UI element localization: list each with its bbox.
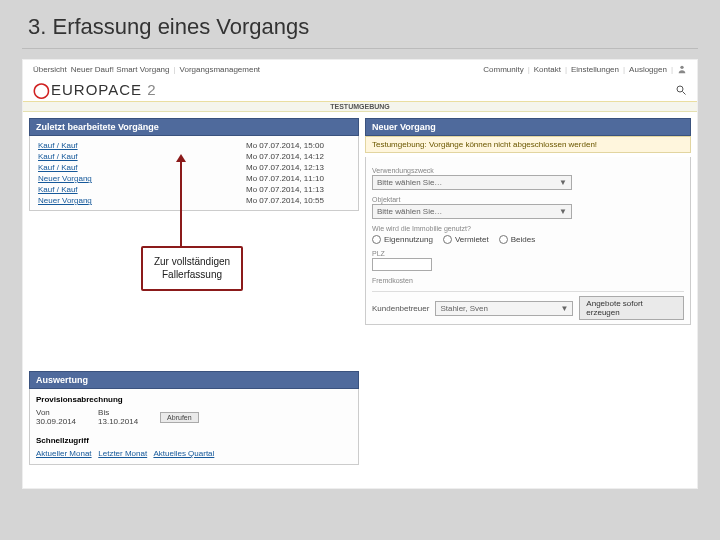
shortcut-last-month[interactable]: Letzter Monat <box>98 449 147 458</box>
commission-section: Provisionsabrechnung <box>36 395 352 404</box>
report-header: Auswertung <box>29 371 359 389</box>
radio-both-label: Beides <box>511 235 535 244</box>
logo-mark-icon: ◯ <box>33 81 51 98</box>
nav-logout[interactable]: Ausloggen <box>629 65 667 74</box>
from-value[interactable]: 30.09.2014 <box>36 417 76 426</box>
use-label: Wie wird die Immobilie genutzt? <box>372 225 471 232</box>
obj-select[interactable]: Bitte wählen Sie…▼ <box>372 204 572 219</box>
svg-point-1 <box>677 86 683 92</box>
from-label: Von <box>36 408 76 417</box>
generate-offers-button[interactable]: Angebote sofort erzeugen <box>579 296 684 320</box>
radio-rent-label: Vermietet <box>455 235 489 244</box>
radio-rent[interactable]: Vermietet <box>443 235 489 244</box>
recent-header: Zuletzt bearbeitete Vorgänge <box>29 118 359 136</box>
testenv-warning: Testumgebung: Vorgänge können nicht abge… <box>365 136 691 153</box>
nav-separator: | <box>565 65 567 74</box>
logo-text: EUROPACE <box>51 81 142 98</box>
kb-select[interactable]: Stahler, Sven▼ <box>435 301 573 316</box>
nav-new-smart[interactable]: Neuer Dauf! Smart Vorgang <box>71 65 170 74</box>
table-row[interactable]: Kauf / KaufMo 07.07.2014, 11:13 <box>30 184 358 195</box>
recent-date: Mo 07.07.2014, 15:00 <box>238 140 358 151</box>
nav-settings[interactable]: Einstellungen <box>571 65 619 74</box>
recent-name[interactable]: Neuer Vorgang <box>30 173 238 184</box>
user-icon[interactable] <box>677 64 687 74</box>
logo-row: ◯EUROPACE 2 <box>23 78 697 102</box>
to-value[interactable]: 13.10.2014 <box>98 417 138 426</box>
recent-date: Mo 07.07.2014, 11:13 <box>238 184 358 195</box>
radio-own[interactable]: Eigennutzung <box>372 235 433 244</box>
vz-label: Verwendungszweck <box>372 167 434 174</box>
nav-management[interactable]: Vorgangsmanagement <box>180 65 261 74</box>
logo-suffix: 2 <box>147 81 156 98</box>
recent-date: Mo 07.07.2014, 14:12 <box>238 151 358 162</box>
nav-separator: | <box>623 65 625 74</box>
table-row[interactable]: Kauf / KaufMo 07.07.2014, 15:00 <box>30 140 358 151</box>
shortcut-current-quarter[interactable]: Aktuelles Quartal <box>153 449 214 458</box>
brand-logo[interactable]: ◯EUROPACE 2 <box>33 81 157 99</box>
screenshot-frame: Übersicht Neuer Dauf! Smart Vorgang | Vo… <box>22 59 698 489</box>
environment-banner: TESTUMGEBUNG <box>23 102 697 112</box>
top-nav: Übersicht Neuer Dauf! Smart Vorgang | Vo… <box>23 60 697 78</box>
recent-date: Mo 07.07.2014, 11:10 <box>238 173 358 184</box>
kb-select-value: Stahler, Sven <box>440 304 488 313</box>
table-row[interactable]: Kauf / KaufMo 07.07.2014, 14:12 <box>30 151 358 162</box>
callout-arrow-icon <box>180 160 182 246</box>
nav-separator: | <box>174 65 176 74</box>
recent-list: Kauf / KaufMo 07.07.2014, 15:00 Kauf / K… <box>29 136 359 211</box>
callout-box: Zur vollständigen Fallerfassung <box>141 246 243 291</box>
newcase-header: Neuer Vorgang <box>365 118 691 136</box>
radio-both-input[interactable] <box>499 235 508 244</box>
to-label: Bis <box>98 408 138 417</box>
search-icon[interactable] <box>675 84 687 96</box>
radio-both[interactable]: Beides <box>499 235 535 244</box>
nav-overview[interactable]: Übersicht <box>33 65 67 74</box>
chevron-down-icon: ▼ <box>559 207 567 216</box>
recent-name[interactable]: Kauf / Kauf <box>30 162 238 173</box>
recent-date: Mo 07.07.2014, 10:55 <box>238 195 358 206</box>
obj-select-value: Bitte wählen Sie… <box>377 207 442 216</box>
recent-name[interactable]: Kauf / Kauf <box>30 151 238 162</box>
fk-label: Fremdkosten <box>372 277 413 284</box>
plz-input[interactable] <box>372 258 432 271</box>
vz-select-value: Bitte wählen Sie… <box>377 178 442 187</box>
radio-own-label: Eigennutzung <box>384 235 433 244</box>
shortcut-current-month[interactable]: Aktueller Monat <box>36 449 92 458</box>
nav-separator: | <box>671 65 673 74</box>
nav-separator: | <box>528 65 530 74</box>
recent-name[interactable]: Kauf / Kauf <box>30 184 238 195</box>
newcase-form: Verwendungszweck Bitte wählen Sie…▼ Obje… <box>365 157 691 325</box>
nav-community[interactable]: Community <box>483 65 523 74</box>
title-underline <box>22 48 698 49</box>
shortcut-label: Schnellzugriff <box>36 436 352 445</box>
plz-label: PLZ <box>372 250 385 257</box>
table-row[interactable]: Kauf / KaufMo 07.07.2014, 12:13 <box>30 162 358 173</box>
svg-point-0 <box>680 66 683 69</box>
radio-own-input[interactable] <box>372 235 381 244</box>
obj-label: Objektart <box>372 196 400 203</box>
svg-line-2 <box>683 92 686 95</box>
nav-contact[interactable]: Kontakt <box>534 65 561 74</box>
report-body: Provisionsabrechnung Von 30.09.2014 Bis … <box>29 389 359 465</box>
recent-name[interactable]: Kauf / Kauf <box>30 140 238 151</box>
radio-rent-input[interactable] <box>443 235 452 244</box>
chevron-down-icon: ▼ <box>560 304 568 313</box>
kb-label: Kundenbetreuer <box>372 304 429 313</box>
slide-title: 3. Erfassung eines Vorgangs <box>0 0 720 40</box>
vz-select[interactable]: Bitte wählen Sie…▼ <box>372 175 572 190</box>
recent-date: Mo 07.07.2014, 12:13 <box>238 162 358 173</box>
chevron-down-icon: ▼ <box>559 178 567 187</box>
table-row[interactable]: Neuer VorgangMo 07.07.2014, 11:10 <box>30 173 358 184</box>
recent-name[interactable]: Neuer Vorgang <box>30 195 238 206</box>
table-row[interactable]: Neuer VorgangMo 07.07.2014, 10:55 <box>30 195 358 206</box>
fetch-button[interactable]: Abrufen <box>160 412 199 423</box>
